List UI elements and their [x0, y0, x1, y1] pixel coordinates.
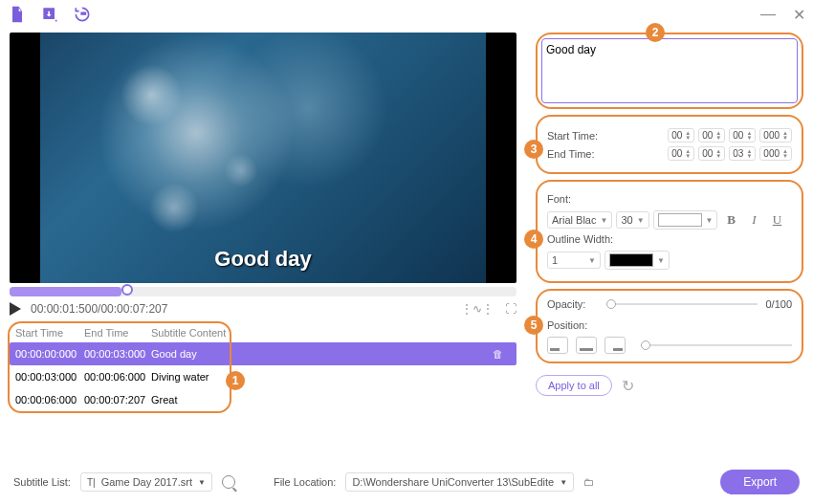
play-button[interactable] — [10, 302, 21, 316]
table-row[interactable]: 00:00:00:000 00:00:03:000 Good day 🗑 — [10, 342, 516, 365]
subtitle-overlay: Good day — [10, 247, 516, 272]
annotation-badge-1: 1 — [226, 371, 245, 390]
end-hour-stepper[interactable]: 00▲▼ — [668, 146, 694, 161]
reset-icon[interactable]: ↻ — [622, 377, 634, 395]
auto-subtitle-icon[interactable] — [73, 5, 92, 24]
fullscreen-icon[interactable]: ⛶ — [505, 302, 516, 316]
position-center-button[interactable] — [576, 337, 597, 354]
annotation-badge-4: 4 — [524, 230, 543, 249]
start-min-stepper[interactable]: 00▲▼ — [698, 128, 725, 142]
col-start-header: Start Time — [15, 327, 84, 339]
subtitle-text-input[interactable] — [546, 43, 793, 95]
delete-icon[interactable]: 🗑 — [493, 348, 503, 360]
start-time-label: Start Time: — [547, 130, 603, 142]
position-right-button[interactable] — [604, 337, 626, 354]
end-sec-stepper[interactable]: 03▲▼ — [729, 146, 756, 161]
table-row[interactable]: 00:00:06:000 00:00:07:207 Great — [10, 388, 516, 411]
col-end-header: End Time — [84, 327, 151, 339]
opacity-slider[interactable] — [606, 303, 758, 305]
apply-to-all-button[interactable]: Apply to all — [536, 375, 612, 396]
bold-button[interactable]: B — [721, 211, 740, 229]
table-row[interactable]: 00:00:03:000 00:00:06:000 Diving water — [10, 365, 516, 388]
opacity-label: Opacity: — [547, 298, 585, 310]
file-location-label: File Location: — [274, 476, 336, 488]
end-min-stepper[interactable]: 00▲▼ — [698, 146, 725, 161]
position-left-button[interactable] — [547, 337, 568, 354]
close-button[interactable]: ✕ — [793, 6, 805, 24]
outline-width-select[interactable]: 1▼ — [547, 252, 601, 269]
waveform-icon[interactable]: ⋮∿⋮ — [461, 302, 494, 316]
end-ms-stepper[interactable]: 000▲▼ — [759, 146, 792, 161]
annotation-badge-5: 5 — [524, 316, 543, 335]
new-file-icon[interactable] — [8, 5, 27, 24]
export-button[interactable]: Export — [720, 470, 800, 494]
folder-icon[interactable]: 🗀 — [583, 476, 594, 488]
subtitle-list-label: Subtitle List: — [13, 476, 71, 488]
end-time-label: End Time: — [547, 148, 603, 160]
font-label: Font: — [547, 193, 792, 205]
font-color-select[interactable]: ▼ — [653, 210, 718, 230]
outline-width-label: Outline Width: — [547, 233, 792, 245]
timeline-slider[interactable] — [10, 287, 516, 296]
outline-color-select[interactable]: ▼ — [604, 251, 670, 270]
position-label: Position: — [547, 319, 792, 331]
italic-button[interactable]: I — [744, 211, 763, 229]
search-icon[interactable] — [222, 475, 235, 489]
start-hour-stepper[interactable]: 00▲▼ — [668, 128, 694, 142]
col-content-header: Subtitle Content — [151, 327, 511, 339]
annotation-badge-3: 3 — [524, 140, 543, 159]
start-ms-stepper[interactable]: 000▲▼ — [759, 128, 792, 142]
subtitle-table: 1 Start Time End Time Subtitle Content 0… — [10, 323, 516, 411]
start-sec-stepper[interactable]: 00▲▼ — [729, 128, 756, 142]
time-display: 00:00:01:500/00:00:07:207 — [31, 302, 167, 316]
subtitle-file-select[interactable]: T| Game Day 2017.srt ▼ — [80, 472, 212, 492]
file-location-select[interactable]: D:\Wondershare UniConverter 13\SubEdite … — [345, 472, 574, 492]
minimize-button[interactable]: — — [760, 6, 776, 24]
annotation-badge-2: 2 — [646, 23, 665, 42]
video-preview[interactable]: Good day — [10, 33, 516, 283]
font-family-select[interactable]: Arial Blac▼ — [547, 211, 612, 229]
position-slider[interactable] — [641, 344, 792, 346]
underline-button[interactable]: U — [767, 211, 786, 229]
import-icon[interactable] — [40, 5, 59, 24]
opacity-value: 0/100 — [765, 298, 792, 310]
font-size-select[interactable]: 30▼ — [616, 211, 648, 229]
